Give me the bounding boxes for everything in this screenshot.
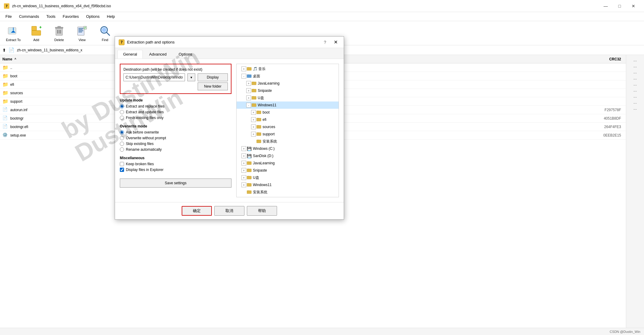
minimize-button[interactable]: — xyxy=(599,0,613,12)
overwrite-mode-noprompt[interactable]: Overwrite without prompt xyxy=(120,136,231,140)
menu-help[interactable]: Help xyxy=(104,13,118,20)
tree-item-sources-1[interactable]: + sources xyxy=(237,123,339,130)
tree-expand-boot-1[interactable]: + xyxy=(251,110,256,115)
overwrite-mode-rename[interactable]: Rename automatically xyxy=(120,147,231,152)
menu-file[interactable]: File xyxy=(2,13,15,20)
tree-item-efi-1[interactable]: + efi xyxy=(237,116,339,123)
tree-expand-snipaste-2[interactable]: + xyxy=(241,168,246,173)
crc-column-header[interactable]: CRC32 xyxy=(587,57,623,61)
tree-expand-windows11-1[interactable]: - xyxy=(246,103,251,108)
tree-item-javalearning-2[interactable]: + JavaLearning xyxy=(237,159,339,167)
tree-expand-javalearning-1[interactable]: + xyxy=(246,81,251,86)
modal-help-button[interactable]: ? xyxy=(321,39,329,46)
tree-item-windows-c[interactable]: + 💾 Windows (C:) xyxy=(237,145,339,152)
tree-label-udisk-1: U盘 xyxy=(258,95,264,101)
right-panel-dots-3: ... xyxy=(633,69,637,74)
update-mode-update-radio[interactable] xyxy=(120,110,124,114)
misc-display-explorer[interactable]: Display files in Explorer xyxy=(120,168,231,172)
svg-rect-11 xyxy=(58,26,61,27)
extract-to-icon xyxy=(7,25,19,37)
tree-item-install-1[interactable]: 安装系统 xyxy=(237,138,339,145)
update-mode-fresh-radio[interactable] xyxy=(120,116,124,120)
overwrite-ask-radio[interactable] xyxy=(120,130,124,134)
misc-keep-broken[interactable]: Keep broken files xyxy=(120,162,231,166)
tree-item-snipaste-1[interactable]: + Snipaste xyxy=(237,87,339,94)
cancel-button[interactable]: 取消 xyxy=(214,206,244,216)
tree-item-sandisk-d[interactable]: + 💾 SanDisk (D:) xyxy=(237,152,339,159)
tree-item-udisk-1[interactable]: + U盘 xyxy=(237,94,339,101)
view-button[interactable]: ✓ View xyxy=(71,22,93,44)
overwrite-mode-ask[interactable]: Ask before overwrite xyxy=(120,130,231,134)
tree-folder-install-2-icon xyxy=(247,190,252,195)
tree-expand-udisk-1[interactable]: + xyxy=(246,95,251,100)
tree-item-windows11-1[interactable]: - Windows11 xyxy=(237,101,339,109)
tree-item-snipaste-2[interactable]: + Snipaste xyxy=(237,167,339,174)
close-button[interactable]: ✕ xyxy=(626,0,640,12)
tree-item-install-2[interactable]: 安装系统 xyxy=(237,188,339,196)
tree-item-music[interactable]: + 🎵 音乐 xyxy=(237,65,339,72)
tree-view[interactable]: + 🎵 音乐 - 桌面 xyxy=(237,64,339,197)
display-button[interactable]: Display xyxy=(198,73,228,81)
tree-item-javalearning-1[interactable]: + JavaLearning xyxy=(237,80,339,87)
tree-item-udisk-2[interactable]: + U盘 xyxy=(237,174,339,181)
find-button[interactable]: Find xyxy=(94,22,116,44)
maximize-button[interactable]: □ xyxy=(613,0,626,12)
tree-item-windows11-2[interactable]: + Windows11 xyxy=(237,181,339,188)
delete-button[interactable]: Delete xyxy=(48,22,70,44)
tab-options[interactable]: Options xyxy=(173,50,198,59)
modal-close-button[interactable]: ✕ xyxy=(331,38,340,47)
tree-folder-boot-1-icon xyxy=(257,110,261,115)
overwrite-skip-radio[interactable] xyxy=(120,142,124,146)
tree-label-javalearning-1: JavaLearning xyxy=(258,81,279,85)
tab-advanced[interactable]: Advanced xyxy=(143,50,172,59)
keep-broken-checkbox[interactable] xyxy=(120,162,124,166)
menu-commands[interactable]: Commands xyxy=(16,13,42,20)
extract-to-button[interactable]: Extract To xyxy=(2,22,24,44)
modal-tree-panel: + 🎵 音乐 - 桌面 xyxy=(236,64,339,197)
svg-text:✓: ✓ xyxy=(84,26,86,29)
tree-expand-efi-1[interactable]: + xyxy=(251,117,256,122)
delete-label: Delete xyxy=(54,38,64,42)
ok-button[interactable]: 确定 xyxy=(182,206,212,216)
overwrite-mode-skip[interactable]: Skip existing files xyxy=(120,142,231,146)
menu-tools[interactable]: Tools xyxy=(43,13,58,20)
tree-expand-sources-1[interactable]: + xyxy=(251,124,256,129)
tree-expand-sandisk-d[interactable]: + xyxy=(241,153,246,158)
update-mode-update[interactable]: Extract and update files xyxy=(120,110,231,114)
overwrite-rename-radio[interactable] xyxy=(120,147,124,152)
tree-expand-windows-c[interactable]: + xyxy=(241,146,246,151)
tree-item-desktop[interactable]: - 桌面 xyxy=(237,72,339,80)
menu-favorites[interactable]: Favorites xyxy=(60,13,82,20)
update-mode-replace-radio[interactable] xyxy=(120,104,124,108)
tab-general[interactable]: General xyxy=(117,50,143,59)
tree-expand-support-1[interactable]: + xyxy=(251,132,256,137)
tree-label-windows11-1: Windows11 xyxy=(258,103,276,107)
update-mode-fresh[interactable]: Fresh existing files only xyxy=(120,116,231,120)
tree-expand-snipaste-1[interactable]: + xyxy=(246,88,251,93)
tree-item-support-1[interactable]: + support xyxy=(237,130,339,138)
update-mode-replace[interactable]: Extract and replace files xyxy=(120,104,231,108)
display-explorer-checkbox[interactable] xyxy=(120,168,124,172)
tree-item-boot-1[interactable]: + boot xyxy=(237,109,339,116)
add-button[interactable]: + Add xyxy=(25,22,47,44)
overwrite-mode-title: Overwrite mode xyxy=(120,124,231,128)
tree-expand-udisk-2[interactable]: + xyxy=(241,175,246,180)
tree-expand-javalearning-2[interactable]: + xyxy=(241,161,246,166)
help-button[interactable]: 帮助 xyxy=(247,206,277,216)
tree-expand-desktop[interactable]: - xyxy=(241,74,246,79)
view-label: View xyxy=(78,38,86,42)
new-folder-button[interactable]: New folder xyxy=(198,82,228,90)
overwrite-noprompt-radio[interactable] xyxy=(120,136,124,140)
up-arrow-icon[interactable]: ⬆ xyxy=(2,48,6,53)
tree-drive-windows-c-icon: 💾 xyxy=(247,147,252,151)
folder-support-icon: 📁 xyxy=(2,98,8,105)
tab-bar: General Advanced Options xyxy=(115,48,344,59)
tree-expand-music[interactable]: + xyxy=(241,66,246,71)
tree-expand-windows11-2[interactable]: + xyxy=(241,182,246,187)
svg-rect-16 xyxy=(78,28,83,29)
tree-drive-sandisk-d-icon: 💾 xyxy=(247,154,252,158)
dest-dropdown-button[interactable]: ▼ xyxy=(187,73,195,81)
menu-options[interactable]: Options xyxy=(83,13,103,20)
destination-path-input[interactable] xyxy=(123,73,185,81)
save-settings-button[interactable]: Save settings xyxy=(120,179,231,188)
